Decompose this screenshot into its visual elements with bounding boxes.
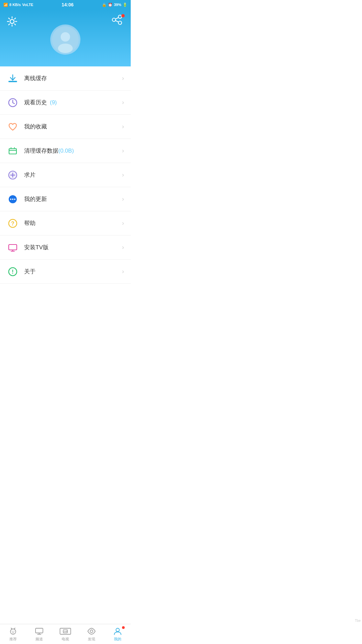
speed-text: 8 KB/s xyxy=(9,3,21,7)
menu-item-clearcache[interactable]: 清理缓存数据(0.0B) › xyxy=(0,139,131,163)
battery-icon: 🔋 xyxy=(123,3,127,7)
svg-point-3 xyxy=(58,44,73,53)
gear-button[interactable] xyxy=(6,15,18,28)
download-icon xyxy=(7,72,19,85)
volte-text: VoLTE xyxy=(22,3,33,7)
share-notification-dot xyxy=(121,14,125,17)
svg-point-0 xyxy=(10,19,14,23)
menu-item-install-tv[interactable]: 安装TV版 › xyxy=(0,235,131,260)
svg-line-8 xyxy=(116,21,118,22)
svg-point-5 xyxy=(112,18,116,21)
menu-item-favorites[interactable]: 我的收藏 › xyxy=(0,115,131,139)
time-text: 14:06 xyxy=(62,2,74,7)
menu-item-about[interactable]: ! 关于 › xyxy=(0,260,131,284)
lock-icon: 🔒 xyxy=(102,3,107,7)
favorites-label: 我的收藏 xyxy=(24,123,122,130)
info-icon: ! xyxy=(7,266,19,278)
avatar[interactable] xyxy=(50,24,80,55)
history-badge: (9) xyxy=(50,99,57,106)
status-left: 📶 8 KB/s VoLTE xyxy=(3,3,33,7)
chevron-right-icon: › xyxy=(122,99,124,106)
svg-text:!: ! xyxy=(12,269,13,275)
clean-icon xyxy=(7,145,19,157)
status-right: 🔒 ⏰ 39% 🔋 xyxy=(102,3,127,7)
cache-size-badge: (0.0B) xyxy=(58,148,74,154)
status-bar: 📶 8 KB/s VoLTE 14:06 🔒 ⏰ 39% 🔋 xyxy=(0,0,131,9)
menu-item-request[interactable]: 求片 › xyxy=(0,163,131,187)
install-tv-label: 安装TV版 xyxy=(24,244,122,251)
tv-icon xyxy=(7,241,19,254)
svg-rect-11 xyxy=(9,149,16,154)
offline-label: 离线缓存 xyxy=(24,74,122,82)
svg-line-7 xyxy=(116,18,118,19)
updates-label: 我的更新 xyxy=(24,195,122,203)
svg-point-19 xyxy=(10,199,11,200)
signal-icon: 📶 xyxy=(3,3,8,7)
header xyxy=(0,9,131,66)
clock-icon xyxy=(7,97,19,109)
svg-point-21 xyxy=(14,199,15,200)
svg-rect-9 xyxy=(8,81,17,82)
svg-point-2 xyxy=(61,32,70,42)
dots-icon xyxy=(7,193,19,205)
chevron-right-icon: › xyxy=(122,268,124,275)
clearcache-label: 清理缓存数据(0.0B) xyxy=(24,147,122,155)
battery-text: 39% xyxy=(114,3,121,7)
chevron-right-icon: › xyxy=(122,147,124,154)
chevron-right-icon: › xyxy=(122,75,124,82)
chevron-right-icon: › xyxy=(122,123,124,130)
share-button[interactable] xyxy=(111,14,125,28)
about-label: 关于 xyxy=(24,268,122,275)
svg-point-6 xyxy=(118,21,122,24)
menu-item-history[interactable]: 观看历史 (9) › xyxy=(0,91,131,115)
help-label: 帮助 xyxy=(24,219,122,227)
svg-rect-24 xyxy=(9,245,17,250)
menu-list: 离线缓存 › 观看历史 (9) › 我的收藏 › xyxy=(0,66,131,305)
heart-icon xyxy=(7,121,19,133)
menu-item-help[interactable]: ? 帮助 › xyxy=(0,211,131,235)
chevron-right-icon: › xyxy=(122,220,124,227)
menu-item-updates[interactable]: 我的更新 › xyxy=(0,187,131,211)
svg-text:?: ? xyxy=(11,221,14,226)
alarm-icon: ⏰ xyxy=(108,3,113,7)
chevron-right-icon: › xyxy=(122,244,124,251)
chevron-right-icon: › xyxy=(122,196,124,203)
history-label: 观看历史 (9) xyxy=(24,99,122,106)
svg-point-20 xyxy=(12,199,13,200)
question-icon: ? xyxy=(7,217,19,229)
plus-circle-icon xyxy=(7,169,19,181)
menu-item-offline[interactable]: 离线缓存 › xyxy=(0,66,131,91)
request-label: 求片 xyxy=(24,171,122,179)
chevron-right-icon: › xyxy=(122,171,124,178)
